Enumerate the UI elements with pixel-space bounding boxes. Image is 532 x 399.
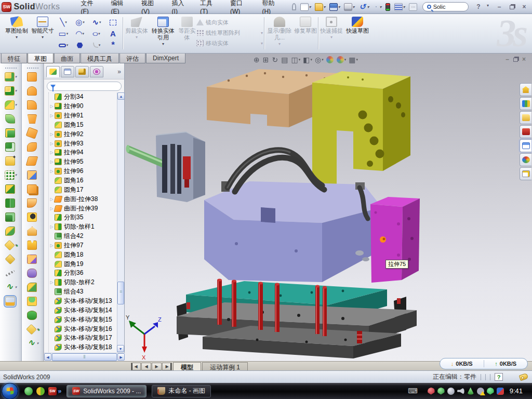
tree-item[interactable]: 圆角19 [49,259,120,269]
expand-arrow-icon[interactable]: ▷ [49,224,55,229]
move-copy-icon[interactable] [5,227,16,236]
select-icon[interactable]: ▾ [372,4,383,10]
tree-vertical-scrollbar[interactable]: ▲ ▼ [117,92,124,352]
polygon-icon[interactable] [72,39,88,51]
command-tab[interactable]: 评估 [119,54,145,63]
tree-item[interactable]: 实体-移动/复制17 [49,334,120,343]
tree-item[interactable]: 圆角18 [49,250,120,259]
tag-icon[interactable] [519,373,529,381]
convert-entities-button[interactable]: 转换实体引用 ▾ [150,16,177,46]
ruled-surface-icon[interactable] [27,255,37,264]
dome-icon[interactable] [27,297,37,306]
tree-item[interactable]: ▷拉伸90 [49,102,120,111]
tab-nav-button[interactable]: ▶ [152,363,162,370]
tree-item[interactable]: 分割35 [49,213,120,222]
cylinder-icon[interactable] [27,311,37,320]
horizontal-scroll-thumb[interactable]: ⦀ [52,353,117,361]
reference-axis-icon[interactable] [5,269,16,278]
slide-block-part[interactable] [370,197,420,283]
tree-item[interactable]: ▷拉伸91 [49,111,120,121]
revolved-surface-icon[interactable] [27,86,37,96]
propertymanager-tab[interactable] [61,66,74,77]
scroll-right-button[interactable]: ▶ [117,353,125,361]
minimize-button[interactable]: – [495,3,504,11]
net-speed-widget[interactable]: ↓0KB/S ↑0KB/S [440,358,528,369]
doc-close-button[interactable]: × [522,56,526,63]
help-button[interactable]: ? [474,3,483,10]
vertical-scroll-thumb[interactable] [117,282,124,304]
view-palette-button[interactable] [520,139,531,152]
mold-core-part[interactable] [204,181,382,282]
featuremanager-tab[interactable] [46,66,60,77]
combine-bodies-icon[interactable] [5,212,16,222]
volume-tray-icon[interactable] [457,388,464,395]
expand-arrow-icon[interactable]: ▷ [49,280,55,285]
undo-icon[interactable]: ↺▾ [357,2,371,12]
tree-item[interactable]: ▷拉伸96 [49,167,120,176]
curve-icon[interactable]: ∿▾ [5,283,17,292]
zoom-fit-icon[interactable]: ⊕ [254,55,260,64]
configurationmanager-tab[interactable] [75,66,89,77]
toolbar-grip[interactable] [27,68,38,69]
command-tab[interactable]: DimXpert [146,54,185,63]
tree-item[interactable]: 圆角15 [49,121,120,130]
offset-entities-button[interactable]: 等距实体 [177,16,197,41]
pin-icon[interactable] [27,269,37,278]
tree-horizontal-scrollbar[interactable]: ◀ ⦀ ▶ [44,353,125,361]
tree-item[interactable]: 实体-移动/复制15 [49,315,120,324]
expand-arrow-icon[interactable]: ▷ [49,150,55,155]
combine-icon[interactable] [5,184,16,194]
expand-arrow-icon[interactable]: ▷ [49,113,55,118]
tree-item[interactable]: 实体-移动/复制18 [49,343,120,352]
delete-face-icon[interactable] [27,212,37,222]
messenger-icon[interactable] [24,387,33,395]
close-button[interactable]: × [520,3,529,11]
security-ball-icon[interactable] [36,387,45,395]
quick-snaps-button[interactable]: 快速捕捉 ▾ [320,16,343,39]
tree-item[interactable]: ▷曲面-拉伸38 [49,194,120,204]
smart-dimension-caret-icon[interactable]: ▾ [42,35,44,39]
command-tab[interactable]: 曲面 [54,54,80,63]
sketch-button[interactable]: 草图绘制 ▾ [4,16,29,39]
safety-tray-icon[interactable] [487,388,494,395]
tab-nav-button[interactable]: ◀ [131,363,141,370]
start-button[interactable] [2,383,18,399]
cavity-insert-part[interactable] [156,131,205,202]
ellipse-icon[interactable]: ○▾ [88,28,105,39]
appearances-button[interactable] [520,153,531,166]
view-orientation-icon[interactable]: ◫▾ [291,55,300,64]
command-tab[interactable]: 模具工具 [81,54,119,63]
arc-icon[interactable]: ◠▾ [72,28,88,39]
planar-surface-icon[interactable] [27,156,37,166]
badge-tray-icon[interactable] [447,388,455,395]
hide-show-icon[interactable]: ◎▾ [315,55,324,64]
new-document-icon[interactable]: ▾ [299,2,313,12]
design-library-button[interactable] [520,97,531,110]
boss-icon[interactable] [5,128,16,138]
options-icon[interactable]: ▾ [393,2,407,12]
hole-wizard-icon[interactable] [5,156,16,166]
rectangle-icon[interactable]: ▭▾ [55,28,72,39]
tree-item[interactable]: ▷拉伸95 [49,157,120,167]
tree-item[interactable]: 圆角16 [49,176,120,185]
print-icon[interactable]: ▾ [343,2,356,12]
expand-arrow-icon[interactable]: ▷ [49,104,55,109]
rebuild-icon[interactable] [384,2,392,12]
graphics-viewport[interactable]: X Y Z ⊕⊞↻▤◫▾◧▾◎▾●●▾▦▾ – × 拉伸75 [125,54,532,361]
measure-icon[interactable] [5,297,16,306]
tree-item[interactable]: 圆角17 [49,185,120,194]
antivirus-tray-icon[interactable] [428,388,435,395]
tree-item[interactable]: ▷拉伸92 [49,129,120,139]
swept-surface-icon[interactable] [27,72,37,82]
toolbox-button[interactable] [520,125,531,138]
reference-plane-icon[interactable] [5,255,16,264]
tree-item[interactable]: 实体-移动/复制14 [49,305,120,315]
solidworks-launcher-icon[interactable]: SW [48,387,57,395]
scroll-up-button[interactable]: ▲ [117,92,125,100]
zoom-area-icon[interactable]: ⊞ [263,55,270,64]
extruded-surface-icon[interactable] [27,100,37,110]
rotate-view-icon[interactable]: ↻ [272,55,278,64]
taskbar-window-button[interactable]: 未命名 - 画图 [152,385,211,397]
extruded-boss-icon[interactable]: ▾ [5,72,17,82]
offset-surface-icon[interactable] [27,184,37,194]
